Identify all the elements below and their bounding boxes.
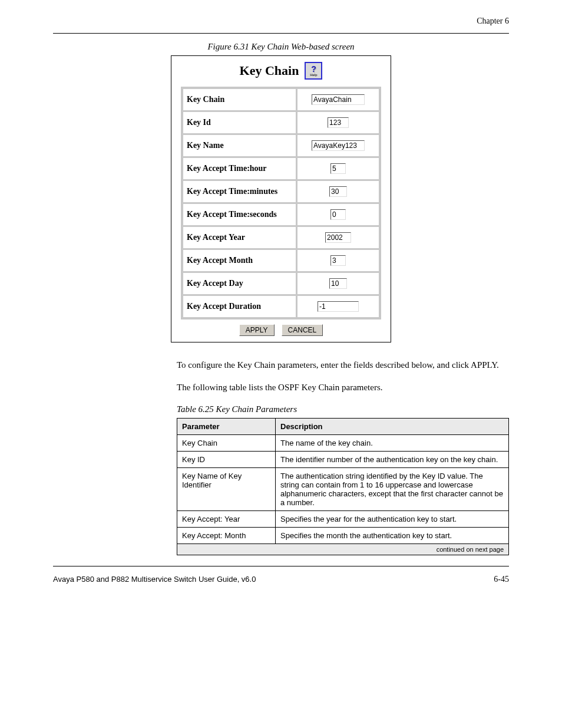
form-input[interactable] bbox=[330, 255, 346, 266]
form-label: Key Accept Year bbox=[183, 226, 296, 249]
table-continued-text: continued on next page bbox=[177, 543, 509, 555]
form-table: Key ChainKey IdKey NameKey Accept Time:h… bbox=[181, 87, 381, 319]
param-name: Key Chain bbox=[177, 434, 276, 451]
cancel-button[interactable]: CANCEL bbox=[282, 324, 323, 336]
form-label: Key Accept Time:hour bbox=[183, 157, 296, 180]
table-row: Key Accept: YearSpecifies the year for t… bbox=[177, 510, 509, 527]
header-rule bbox=[53, 33, 509, 34]
form-input[interactable] bbox=[330, 209, 346, 220]
form-row: Key Accept Day bbox=[183, 272, 379, 295]
params-header-parameter: Parameter bbox=[177, 418, 276, 434]
form-value-cell bbox=[297, 249, 379, 272]
page-number: 6-45 bbox=[494, 575, 509, 584]
param-description: The name of the key chain. bbox=[276, 434, 509, 451]
param-name: Key Name of Key Identifier bbox=[177, 467, 276, 510]
form-input[interactable] bbox=[328, 117, 349, 128]
form-input[interactable] bbox=[318, 301, 359, 312]
apply-button[interactable]: APPLY bbox=[239, 324, 275, 336]
table-title: Table 6.25 Key Chain Parameters bbox=[177, 404, 562, 414]
form-label: Key Accept Time:minutes bbox=[183, 180, 296, 203]
form-label: Key Accept Time:seconds bbox=[183, 203, 296, 226]
param-name: Key Accept: Month bbox=[177, 527, 276, 543]
help-label: Help bbox=[310, 73, 317, 77]
key-chain-dialog: Key Chain ? Help Key ChainKey IdKey Name… bbox=[171, 55, 391, 342]
form-value-cell bbox=[297, 180, 379, 203]
form-value-cell bbox=[297, 226, 379, 249]
param-description: The identifier number of the authenticat… bbox=[276, 451, 509, 467]
form-row: Key Accept Year bbox=[183, 226, 379, 249]
help-button[interactable]: ? Help bbox=[305, 62, 322, 80]
form-value-cell bbox=[297, 134, 379, 157]
dialog-title: Key Chain bbox=[240, 63, 299, 78]
form-value-cell bbox=[297, 272, 379, 295]
form-label: Key Id bbox=[183, 111, 296, 134]
form-value-cell bbox=[297, 157, 379, 180]
form-row: Key Accept Time:hour bbox=[183, 157, 379, 180]
form-value-cell bbox=[297, 203, 379, 226]
param-name: Key ID bbox=[177, 451, 276, 467]
chapter-header: Chapter 6 bbox=[53, 17, 509, 26]
form-row: Key Name bbox=[183, 134, 379, 157]
table-row: Key IDThe identifier number of the authe… bbox=[177, 451, 509, 467]
figure-caption: Figure 6.31 Key Chain Web-based screen bbox=[0, 42, 562, 52]
table-row: Key ChainThe name of the key chain. bbox=[177, 434, 509, 451]
help-icon: ? bbox=[311, 65, 316, 73]
form-row: Key Accept Month bbox=[183, 249, 379, 272]
form-row: Key Chain bbox=[183, 88, 379, 111]
form-input[interactable] bbox=[325, 232, 351, 243]
form-input[interactable] bbox=[329, 186, 347, 197]
form-value-cell bbox=[297, 295, 379, 318]
params-header-description: Description bbox=[276, 418, 509, 434]
form-row: Key Accept Duration bbox=[183, 295, 379, 318]
form-input[interactable] bbox=[329, 278, 347, 289]
footer-doc-title: Avaya P580 and P882 Multiservice Switch … bbox=[53, 575, 256, 584]
table-continued-row: continued on next page bbox=[177, 543, 509, 555]
footer-rule bbox=[53, 566, 509, 566]
form-input[interactable] bbox=[312, 140, 365, 151]
form-row: Key Id bbox=[183, 111, 379, 134]
paragraph-intro-table: The following table lists the OSPF Key C… bbox=[177, 381, 509, 393]
param-description: Specifies the month the authentication k… bbox=[276, 527, 509, 543]
form-row: Key Accept Time:minutes bbox=[183, 180, 379, 203]
paragraph-instructions: To configure the Key Chain parameters, e… bbox=[177, 359, 509, 371]
param-description: Specifies the year for the authenticatio… bbox=[276, 510, 509, 527]
parameters-table: Parameter Description Key ChainThe name … bbox=[177, 418, 509, 555]
form-label: Key Name bbox=[183, 134, 296, 157]
form-row: Key Accept Time:seconds bbox=[183, 203, 379, 226]
table-row: Key Name of Key IdentifierThe authentica… bbox=[177, 467, 509, 510]
form-value-cell bbox=[297, 111, 379, 134]
form-input[interactable] bbox=[312, 94, 365, 105]
param-description: The authentication string identified by … bbox=[276, 467, 509, 510]
form-input[interactable] bbox=[330, 163, 346, 174]
form-value-cell bbox=[297, 88, 379, 111]
form-label: Key Accept Duration bbox=[183, 295, 296, 318]
form-label: Key Accept Day bbox=[183, 272, 296, 295]
table-row: Key Accept: MonthSpecifies the month the… bbox=[177, 527, 509, 543]
form-label: Key Accept Month bbox=[183, 249, 296, 272]
form-label: Key Chain bbox=[183, 88, 296, 111]
param-name: Key Accept: Year bbox=[177, 510, 276, 527]
